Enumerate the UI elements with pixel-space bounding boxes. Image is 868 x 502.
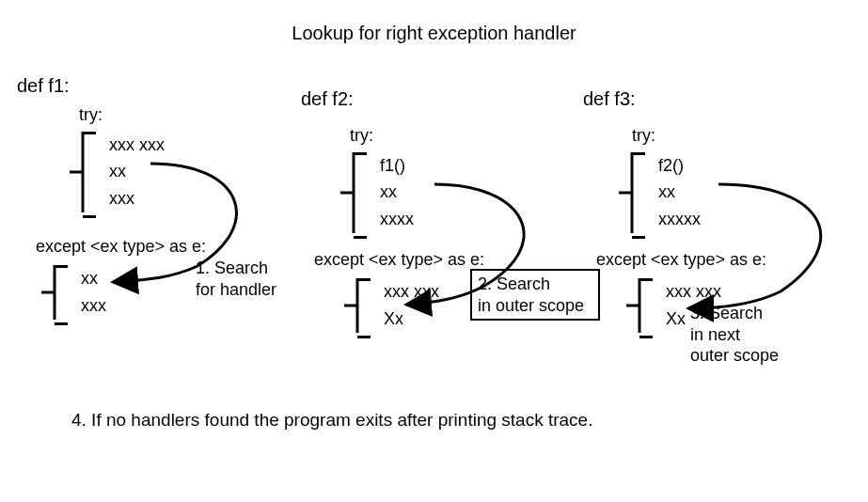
f3-try-block: f2() xx xxxxx <box>619 152 701 233</box>
f2-except-line: except <ex type> as e: <box>314 250 484 270</box>
brace-icon <box>619 152 645 233</box>
f2-except-body-line: xxx xxx <box>384 281 439 303</box>
f1-try-kw: try: <box>79 105 103 125</box>
annotation-step2: 2. Search in outer scope <box>470 269 600 321</box>
brace-icon <box>626 278 653 333</box>
f1-except-body-line: xxx <box>81 295 106 317</box>
f3-try-line: xx <box>658 181 701 203</box>
annotation-step3: 3. Search in next outer scope <box>690 303 813 367</box>
brace-icon <box>70 132 96 212</box>
diagram-title: Lookup for right exception handler <box>0 23 868 44</box>
footnote: 4. If no handlers found the program exit… <box>71 410 592 431</box>
f3-except-line: except <ex type> as e: <box>596 250 766 270</box>
f1-try-line: xxx <box>109 188 165 210</box>
f2-try-line: xx <box>380 181 414 203</box>
brace-icon <box>41 265 68 320</box>
f3-def: def f3: <box>583 88 636 110</box>
f2-try-line: f1() <box>380 155 414 177</box>
f1-except-body-line: xx <box>81 268 106 290</box>
annotation-step1: 1. Search for handler <box>196 258 318 300</box>
f2-try-line: xxxx <box>380 209 414 230</box>
f2-try-block: f1() xx xxxx <box>340 152 414 233</box>
f1-except-line: except <ex type> as e: <box>36 237 206 257</box>
f3-try-line: f2() <box>658 155 701 177</box>
f2-except-body-line: Xx <box>384 308 439 330</box>
brace-icon <box>344 278 371 333</box>
f2-try-kw: try: <box>350 126 373 146</box>
brace-icon <box>340 152 367 233</box>
f1-except-block: xx xxx <box>41 265 106 320</box>
f2-def: def f2: <box>301 88 354 110</box>
f1-try-line: xx <box>109 161 165 182</box>
f3-try-kw: try: <box>632 126 655 146</box>
f1-def: def f1: <box>17 75 70 97</box>
f1-try-block: xxx xxx xx xxx <box>70 132 165 212</box>
f2-except-block: xxx xxx Xx <box>344 278 439 333</box>
f3-try-line: xxxxx <box>658 209 701 230</box>
f3-except-body-line: xxx xxx <box>666 281 721 303</box>
f1-try-line: xxx xxx <box>109 134 165 156</box>
